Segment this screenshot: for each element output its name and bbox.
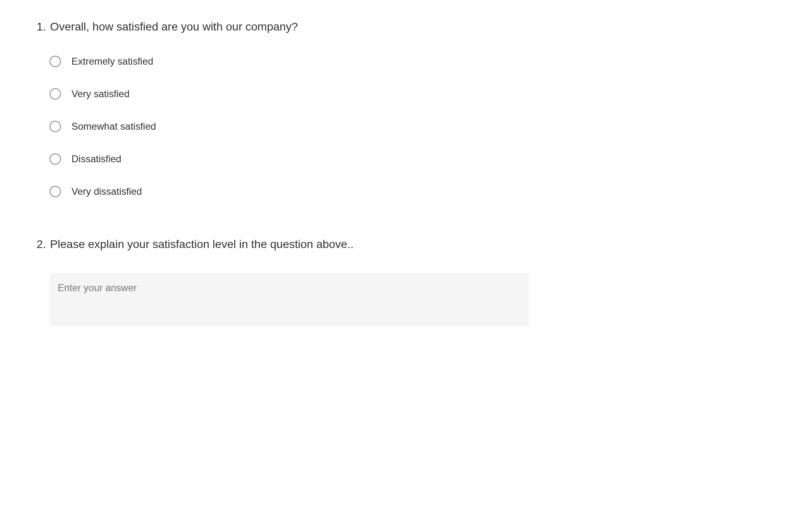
- option-somewhat-satisfied[interactable]: Somewhat satisfied: [50, 121, 775, 132]
- radio-icon: [50, 88, 61, 100]
- option-dissatisfied[interactable]: Dissatisfied: [50, 153, 775, 165]
- option-label: Dissatisfied: [71, 153, 121, 165]
- question-text: Overall, how satisfied are you with our …: [50, 20, 298, 33]
- radio-icon: [50, 121, 61, 132]
- option-extremely-satisfied[interactable]: Extremely satisfied: [50, 56, 775, 67]
- option-very-dissatisfied[interactable]: Very dissatisfied: [50, 186, 775, 197]
- radio-icon: [50, 56, 61, 67]
- radio-icon: [50, 153, 61, 165]
- text-input-wrapper: [50, 273, 775, 328]
- question-number: 1.: [37, 20, 46, 33]
- options-list: Extremely satisfied Very satisfied Somew…: [50, 56, 775, 197]
- option-very-satisfied[interactable]: Very satisfied: [50, 88, 775, 100]
- question-number: 2.: [37, 238, 46, 251]
- question-2: 2. Please explain your satisfaction leve…: [37, 238, 775, 328]
- option-label: Very dissatisfied: [71, 186, 142, 197]
- question-text: Please explain your satisfaction level i…: [50, 238, 353, 251]
- question-1: 1. Overall, how satisfied are you with o…: [37, 20, 775, 197]
- question-header: 1. Overall, how satisfied are you with o…: [37, 20, 775, 33]
- radio-icon: [50, 186, 61, 197]
- option-label: Very satisfied: [71, 88, 130, 100]
- answer-input[interactable]: [50, 273, 529, 326]
- question-header: 2. Please explain your satisfaction leve…: [37, 238, 775, 251]
- option-label: Extremely satisfied: [71, 56, 153, 67]
- option-label: Somewhat satisfied: [71, 121, 156, 132]
